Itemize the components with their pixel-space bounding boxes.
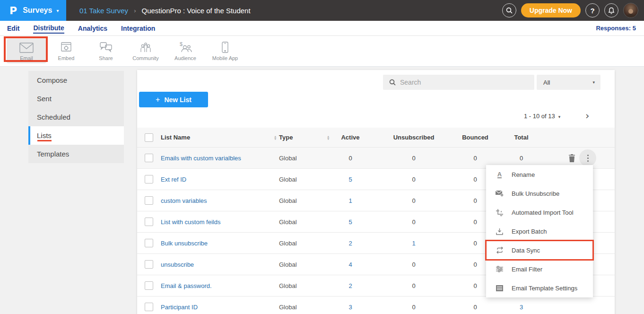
tab-distribute[interactable]: Distribute — [33, 23, 64, 34]
list-name-link[interactable]: custom variables — [161, 197, 207, 204]
unsubscribed-count[interactable]: 0 — [369, 282, 459, 289]
tab-analytics[interactable]: Analytics — [78, 24, 107, 33]
row-checkbox[interactable] — [145, 303, 153, 311]
channel-mobile-app[interactable]: Mobile App — [205, 39, 245, 63]
new-list-button[interactable]: + New List — [139, 92, 208, 107]
unsubscribed-count[interactable]: 0 — [369, 176, 459, 183]
data-sync-icon — [496, 247, 504, 253]
menu-item-bulk-unsubscribe[interactable]: Bulk Unsubscribe — [486, 184, 593, 203]
upgrade-now-button[interactable]: Upgrade Now — [521, 3, 581, 17]
total-count[interactable]: 0 — [492, 155, 551, 162]
row-checkbox[interactable] — [145, 175, 153, 183]
list-name-link[interactable]: List with custom feilds — [161, 218, 220, 226]
column-label: Type — [279, 134, 293, 141]
select-all-checkbox[interactable] — [145, 133, 153, 142]
menu-item-data-sync[interactable]: Data Sync — [486, 241, 593, 260]
unsubscribed-count[interactable]: 0 — [369, 197, 459, 204]
sort-icon[interactable]: ▴▾ — [327, 135, 329, 140]
embed-icon — [61, 42, 72, 53]
list-type: Global — [279, 155, 332, 162]
menu-item-rename[interactable]: A Rename — [486, 165, 593, 184]
channel-community[interactable]: Community — [126, 39, 165, 63]
new-list-label: New List — [164, 96, 191, 104]
channel-audience[interactable]: $ Audience — [165, 39, 205, 63]
responses-count[interactable]: Responses: 5 — [596, 25, 636, 32]
email-sidebar: Compose Sent Scheduled Lists Templates — [28, 71, 124, 163]
annotation-underline-lists — [37, 140, 52, 141]
search-input[interactable] — [400, 78, 534, 86]
list-name-link[interactable]: Emails with custom varialbles — [161, 155, 241, 162]
column-header-active: Active — [332, 134, 369, 141]
unsubscribed-count[interactable]: 0 — [369, 155, 459, 162]
help-button[interactable]: ? — [585, 3, 600, 17]
search-icon — [389, 79, 396, 86]
unsubscribed-count[interactable]: 0 — [369, 218, 459, 226]
row-checkbox[interactable] — [145, 196, 153, 205]
menu-item-email-filter[interactable]: Email Filter — [486, 260, 593, 279]
bounced-count[interactable]: 0 — [459, 155, 492, 162]
channel-share[interactable]: Share — [86, 39, 126, 63]
channel-list: Email Embed Share Community — [0, 36, 644, 63]
active-count[interactable]: 2 — [332, 282, 369, 289]
tab-edit[interactable]: Edit — [7, 24, 19, 33]
tab-integration[interactable]: Integration — [121, 24, 155, 33]
sidebar-item-lists[interactable]: Lists — [28, 126, 124, 145]
kebab-icon — [587, 155, 589, 162]
active-count[interactable]: 4 — [332, 261, 369, 268]
total-count[interactable]: 3 — [492, 304, 551, 311]
list-name-link[interactable]: Email & password. — [161, 282, 212, 289]
sidebar-item-sent[interactable]: Sent — [28, 89, 124, 108]
pagination-range-dropdown[interactable]: 1 - 10 of 13▾ — [524, 113, 560, 120]
bounced-count[interactable]: 0 — [459, 304, 492, 311]
svg-text:$: $ — [180, 42, 183, 47]
list-name-link[interactable]: Participant ID — [161, 304, 198, 311]
menu-item-label: Data Sync — [512, 247, 540, 254]
menu-item-email-template-settings[interactable]: Email Template Settings — [486, 279, 593, 297]
row-checkbox[interactable] — [145, 281, 153, 290]
sidebar-item-label: Compose — [37, 76, 67, 84]
active-count[interactable]: 5 — [332, 218, 369, 226]
notifications-bell-icon[interactable] — [604, 3, 618, 17]
row-checkbox[interactable] — [145, 218, 153, 226]
pagination-next-button[interactable]: › — [585, 110, 589, 122]
menu-item-label: Email Template Settings — [512, 285, 577, 292]
channel-email[interactable]: Email — [7, 39, 46, 63]
unsubscribed-count[interactable]: 0 — [369, 261, 459, 268]
active-count[interactable]: 1 — [332, 197, 369, 204]
list-name-link[interactable]: Ext ref ID — [161, 176, 186, 183]
filter-dropdown[interactable]: All ▾ — [537, 75, 600, 90]
user-avatar[interactable] — [623, 3, 638, 18]
list-type: Global — [279, 197, 332, 204]
list-name-link[interactable]: unsubscribe — [161, 261, 194, 268]
column-header-unsubscribed: Unsubscribed — [369, 134, 459, 141]
product-switcher[interactable]: P Surveys ▾ — [0, 0, 66, 21]
menu-item-automated-import-tool[interactable]: Automated Import Tool — [486, 203, 593, 222]
table-row: Participant ID Global 3 0 0 3 — [137, 297, 615, 314]
list-name-link[interactable]: Bulk unsubscribe — [161, 240, 208, 247]
active-count[interactable]: 2 — [332, 240, 369, 247]
breadcrumb-survey-link[interactable]: 01 Take Survey — [79, 7, 128, 15]
unsubscribed-count[interactable]: 1 — [369, 240, 459, 247]
sidebar-item-templates[interactable]: Templates — [28, 145, 124, 163]
sort-icon[interactable]: ▴▾ — [274, 135, 276, 140]
active-count[interactable]: 5 — [332, 176, 369, 183]
sidebar-item-label: Scheduled — [37, 113, 70, 121]
column-header-type[interactable]: Type▴▾ — [279, 134, 332, 141]
row-checkbox[interactable] — [145, 154, 153, 162]
active-count[interactable]: 3 — [332, 304, 369, 311]
row-checkbox[interactable] — [145, 239, 153, 247]
search-icon[interactable] — [502, 3, 516, 17]
pagination: 1 - 10 of 13▾ › — [137, 112, 615, 122]
menu-item-export-batch[interactable]: Export Batch — [486, 222, 593, 241]
sidebar-item-scheduled[interactable]: Scheduled — [28, 108, 124, 126]
sidebar-item-compose[interactable]: Compose — [28, 71, 124, 89]
active-count[interactable]: 0 — [332, 155, 369, 162]
delete-list-icon[interactable] — [568, 154, 575, 162]
unsubscribed-count[interactable]: 0 — [369, 304, 459, 311]
column-header-list-name[interactable]: List Name▴▾ — [161, 134, 279, 141]
row-checkbox[interactable] — [145, 260, 153, 269]
channel-embed[interactable]: Embed — [46, 39, 86, 63]
row-kebab-menu-button[interactable] — [579, 149, 596, 166]
column-header-bounced: Bounced — [459, 134, 492, 141]
product-label: Surveys — [23, 6, 52, 15]
